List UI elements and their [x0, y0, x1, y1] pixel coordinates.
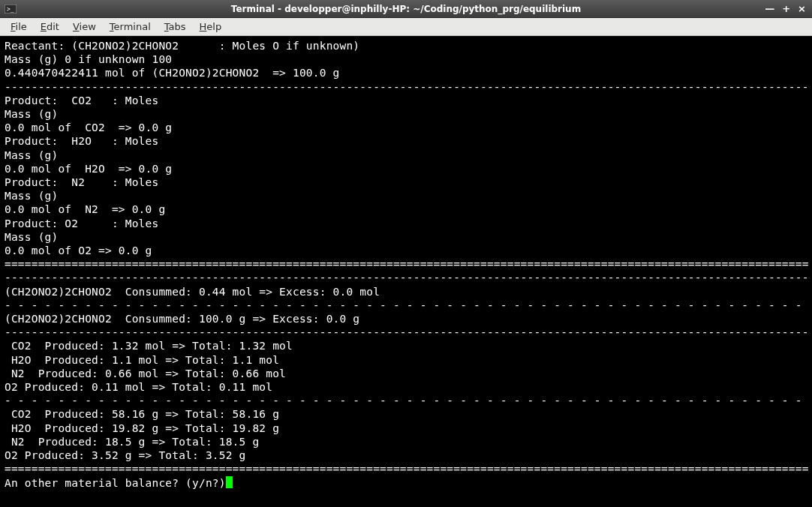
- terminal-line: N2 Produced: 18.5 g => Total: 18.5 g: [5, 436, 259, 448]
- terminal-line: - - - - - - - - - - - - - - - - - - - - …: [5, 299, 809, 311]
- terminal-line: Product: N2 : Moles: [5, 176, 158, 188]
- maximize-button[interactable]: +: [782, 3, 790, 14]
- menu-view[interactable]: View: [67, 20, 102, 34]
- cursor-icon: [226, 476, 233, 488]
- terminal-line: Mass (g): [5, 149, 58, 161]
- terminal-line: (CH2ONO2)2CHONO2 Consummed: 100.0 g => E…: [5, 313, 359, 325]
- terminal-line: Mass (g): [5, 190, 58, 202]
- terminal-line: - - - - - - - - - - - - - - - - - - - - …: [5, 394, 809, 406]
- menu-help[interactable]: Help: [194, 20, 228, 34]
- terminal-line: 0.0 mol of H2O => 0.0 g: [5, 163, 172, 175]
- window-titlebar: >_ Terminal - developper@inphilly-HP: ~/…: [0, 0, 812, 18]
- terminal-line: 0.440470422411 mol of (CH2ONO2)2CHONO2 =…: [5, 67, 340, 79]
- svg-text:>_: >_: [7, 6, 14, 13]
- terminal-line: 0.0 mol of O2 => 0.0 g: [5, 244, 152, 256]
- terminal-line: Mass (g): [5, 231, 58, 243]
- terminal-line: Mass (g) 0 if unknown 100: [5, 53, 172, 65]
- terminal-line: ----------------------------------------…: [5, 326, 809, 338]
- terminal-line: ----------------------------------------…: [5, 81, 809, 93]
- terminal-line: O2 Produced: 0.11 mol => Total: 0.11 mol: [5, 381, 272, 393]
- terminal-line: CO2 Produced: 1.32 mol => Total: 1.32 mo…: [5, 340, 293, 352]
- terminal-line: (CH2ONO2)2CHONO2 Consummed: 0.44 mol => …: [5, 286, 380, 298]
- terminal-line: ========================================…: [5, 258, 809, 270]
- terminal-line: Mass (g): [5, 108, 58, 120]
- terminal-line: O2 Produced: 3.52 g => Total: 3.52 g: [5, 449, 245, 461]
- terminal-line: ========================================…: [5, 463, 809, 475]
- window-controls: — + ×: [765, 3, 812, 14]
- window-title: Terminal - developper@inphilly-HP: ~/Cod…: [0, 4, 812, 14]
- menubar: File Edit View Terminal Tabs Help: [0, 18, 812, 36]
- terminal-line: Reactant: (CH2ONO2)2CHONO2 : Moles O if …: [5, 40, 359, 52]
- terminal-line: H2O Produced: 1.1 mol => Total: 1.1 mol: [5, 354, 279, 366]
- prompt-line: An other material balance? (y/n?): [5, 477, 226, 489]
- menu-edit[interactable]: Edit: [35, 20, 65, 34]
- close-button[interactable]: ×: [798, 3, 806, 14]
- menu-terminal[interactable]: Terminal: [104, 20, 157, 34]
- terminal-line: ----------------------------------------…: [5, 272, 809, 284]
- menu-file[interactable]: File: [5, 20, 33, 34]
- terminal-icon: >_: [5, 4, 17, 14]
- minimize-button[interactable]: —: [765, 3, 774, 14]
- terminal-viewport[interactable]: Reactant: (CH2ONO2)2CHONO2 : Moles O if …: [0, 36, 812, 507]
- terminal-line: Product: O2 : Moles: [5, 218, 158, 230]
- terminal-line: Product: H2O : Moles: [5, 135, 158, 147]
- terminal-line: 0.0 mol of N2 => 0.0 g: [5, 203, 165, 215]
- terminal-line: 0.0 mol of CO2 => 0.0 g: [5, 122, 172, 134]
- terminal-line: N2 Produced: 0.66 mol => Total: 0.66 mol: [5, 368, 286, 380]
- terminal-line: H2O Produced: 19.82 g => Total: 19.82 g: [5, 422, 279, 434]
- menu-tabs[interactable]: Tabs: [158, 20, 192, 34]
- terminal-line: Product: CO2 : Moles: [5, 94, 158, 106]
- terminal-line: CO2 Produced: 58.16 g => Total: 58.16 g: [5, 408, 279, 420]
